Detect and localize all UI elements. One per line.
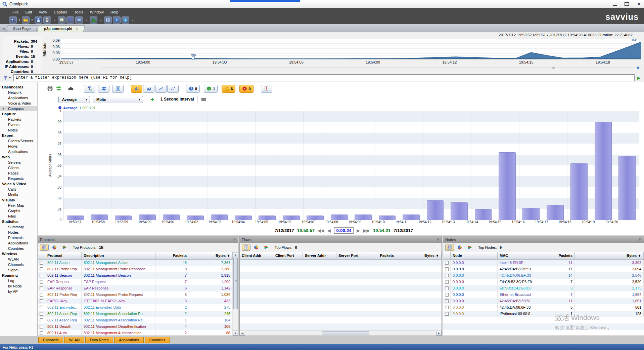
slider-dot-active[interactable] xyxy=(637,67,639,69)
scrollbar-thumb[interactable] xyxy=(233,258,238,309)
sidebar-item-requests[interactable]: Requests xyxy=(0,176,37,181)
sidebar-item-applications[interactable]: Applications xyxy=(0,240,37,246)
time-window-value[interactable]: 0:00:24 xyxy=(334,227,354,234)
table-row[interactable]: 0.0.0.042:45:DA:06:6F:335561 xyxy=(443,304,644,311)
timeline-max-box[interactable] xyxy=(637,39,640,42)
row-checkbox[interactable] xyxy=(40,274,43,277)
slider-dot[interactable] xyxy=(552,67,555,69)
sidebar-item-events[interactable]: Events xyxy=(0,122,37,127)
sidebar-item-files[interactable]: Files xyxy=(0,213,37,219)
sidebar-item-channels[interactable]: Channels xyxy=(0,262,37,267)
details-button[interactable] xyxy=(112,85,124,93)
toolbar-save-button[interactable] xyxy=(35,16,42,24)
table-row[interactable]: 802.11 Probe Req802.11 Management Probe … xyxy=(38,291,233,298)
column-header-packets[interactable]: Packets xyxy=(155,252,189,259)
row-checkbox[interactable] xyxy=(40,293,43,297)
events-info-button[interactable]: i8 xyxy=(186,85,200,93)
sidebar-item-by-ap[interactable]: by AP xyxy=(0,289,37,294)
timeline-min-marker[interactable]: MIN xyxy=(188,53,199,60)
table-row[interactable]: EAP ResponseEAP Response61,142 xyxy=(38,285,233,291)
pin-icon[interactable] xyxy=(436,237,440,242)
sidebar-item-notes[interactable]: Notes xyxy=(0,127,37,133)
sidebar-item-by-node[interactable]: by Node xyxy=(0,283,37,289)
table-row[interactable]: EAP RequestEAP Request71,299 xyxy=(38,279,233,285)
sidebar-item-flows[interactable]: Flows xyxy=(0,144,37,149)
collapse-handle[interactable] xyxy=(201,98,206,101)
menu-file[interactable]: File xyxy=(9,9,22,15)
table-row[interactable]: 0.0.0.0Intel:45:ED:0E113,308 xyxy=(443,260,644,266)
events-warn-button[interactable]: !6 xyxy=(222,85,235,93)
menu-capture[interactable]: Capture xyxy=(51,9,71,15)
column-header-packets[interactable]: Packets xyxy=(541,252,575,259)
row-checkbox[interactable] xyxy=(445,299,449,303)
column-header-server-addr[interactable]: Server Addr xyxy=(303,252,336,259)
sidebar-item-network[interactable]: Network xyxy=(0,90,37,95)
table-row[interactable]: 802.11 Assoc Req802.11 Management Associ… xyxy=(38,317,233,323)
scrollbar-track[interactable] xyxy=(245,331,436,336)
row-checkbox[interactable] xyxy=(445,293,449,297)
compass-bar-chart[interactable] xyxy=(63,111,639,220)
sidebar-item-signal[interactable]: Signal xyxy=(0,267,37,273)
column-header-packets[interactable]: Packets xyxy=(366,252,396,259)
refresh-button[interactable] xyxy=(56,85,62,92)
step-forward-button[interactable]: ▶ xyxy=(357,228,360,233)
tab-start-page[interactable]: Start Page xyxy=(6,25,37,32)
row-checkbox[interactable] xyxy=(445,312,449,316)
sidebar-item-graphs[interactable]: Graphs xyxy=(0,208,37,213)
bottom-tab-wlan[interactable]: WLAN xyxy=(64,337,84,343)
table-row[interactable]: 802.11 Deauth802.11 Management Deauthent… xyxy=(38,323,233,330)
statistic-dropdown[interactable]: Average▼ xyxy=(58,96,90,103)
toolbar-start-capture-button[interactable] xyxy=(122,16,129,24)
table-row[interactable]: 802.11 Action802.11 Management Action457… xyxy=(38,260,233,266)
toolbar-window-layout-button[interactable] xyxy=(104,16,112,24)
bottom-tab-data-rates[interactable]: Data Rates xyxy=(85,337,113,343)
pie-view-button[interactable] xyxy=(252,244,261,251)
table-row[interactable]: 802.11 Auth802.11 Management Authenticat… xyxy=(38,330,233,336)
sidebar-item-clients-servers[interactable]: Clients/Servers xyxy=(0,138,37,144)
jump-start-button[interactable]: ◀◀ xyxy=(318,228,324,233)
sidebar-item-voice-video[interactable]: Voice & Video xyxy=(0,101,37,106)
sidebar-item-media[interactable]: Media xyxy=(0,192,37,197)
row-checkbox[interactable] xyxy=(445,267,449,271)
table-row[interactable]: 0.0.0.0Ethernet Broadcast71,694 xyxy=(443,291,644,298)
tab-p2p-connect-pkt[interactable]: p2p connect.pkt× xyxy=(37,25,85,32)
row-checkbox[interactable] xyxy=(445,286,449,290)
sidebar-item-protocols[interactable]: Protocols xyxy=(0,235,37,240)
row-checkbox[interactable] xyxy=(445,306,449,309)
sidebar-item-summary[interactable]: Summary xyxy=(0,224,37,230)
hbar-view-button[interactable] xyxy=(60,244,69,251)
pie-view-button[interactable] xyxy=(455,244,464,251)
row-checkbox[interactable] xyxy=(445,280,449,284)
close-tab-icon[interactable]: × xyxy=(76,27,78,31)
caret-down-icon[interactable]: ▼ xyxy=(31,19,33,21)
row-checkbox[interactable] xyxy=(40,325,43,328)
hbar-view-button[interactable] xyxy=(262,244,271,251)
filter-expression-input[interactable] xyxy=(13,74,635,81)
chart-type-line-button[interactable] xyxy=(155,85,167,93)
chart-type-bar-button[interactable] xyxy=(131,85,142,93)
compare-button[interactable] xyxy=(98,85,109,93)
events-error-button[interactable]: ×0 xyxy=(239,85,253,93)
toolbar-filters-button[interactable] xyxy=(66,16,74,24)
sidebar-item-nodes[interactable]: Nodes xyxy=(0,230,37,235)
column-header-client-port[interactable]: Client Port xyxy=(273,252,303,259)
scroll-up-button[interactable]: ▲ xyxy=(233,252,238,257)
bottom-tab-channels[interactable]: Channels xyxy=(38,337,63,343)
bottom-tab-applications[interactable]: Applications xyxy=(114,337,143,343)
sidebar-item-log[interactable]: Log xyxy=(0,278,37,283)
table-row[interactable]: 0.0.0.0F4:CB:52:3C:E6:F972,520 xyxy=(443,279,644,285)
hbar-view-button[interactable] xyxy=(465,244,474,251)
restore-button[interactable] xyxy=(625,2,629,6)
column-header-description[interactable]: Description xyxy=(82,252,155,259)
column-header-bytes[interactable]: Bytes ▼ xyxy=(396,252,442,259)
close-button[interactable]: × xyxy=(637,2,641,6)
column-header-bytes[interactable]: Bytes ▼ xyxy=(575,252,644,259)
scrollbar-thumb[interactable] xyxy=(322,331,369,335)
units-dropdown[interactable]: Mbits▼ xyxy=(93,96,143,103)
table-row[interactable]: 802.11 Probe Rsp802.11 Management Probe … xyxy=(38,266,233,272)
toolbar-print-button[interactable] xyxy=(43,16,51,24)
row-checkbox[interactable] xyxy=(40,286,43,290)
scroll-left-button[interactable]: ◀ xyxy=(240,331,245,336)
table-row[interactable]: 802.11 Assoc Rsp802.11 Management Associ… xyxy=(38,311,233,317)
menu-tools[interactable]: Tools xyxy=(71,9,86,15)
